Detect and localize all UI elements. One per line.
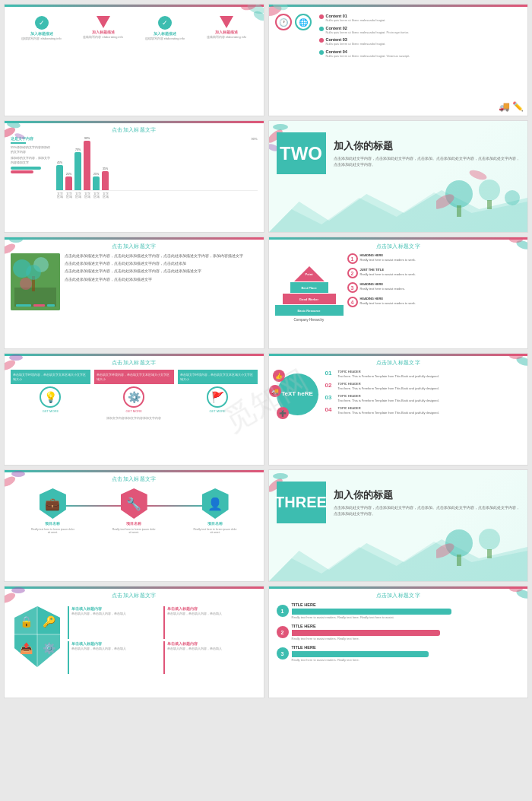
slide6-desc-1: TOPIC HEADERText here. This is Freeform … <box>338 370 439 379</box>
svg-rect-11 <box>457 205 461 217</box>
num-3: 3 <box>347 282 358 293</box>
slide10-bar-title-2: TITLE HERE <box>292 624 521 628</box>
slide5-strip <box>5 354 264 356</box>
slide2-two-box: TWO <box>277 132 326 174</box>
slide3-image <box>11 253 60 310</box>
pyramid-level-1: Point <box>294 266 325 281</box>
slide2-subtitle: 加入你的标题 <box>334 139 521 153</box>
slide9-strip <box>5 586 264 589</box>
slide9-lbl-4: 单击填入标题内容 <box>167 641 257 646</box>
content-item-2: Content 02Nulla quis lorem ut libero mal… <box>319 26 522 35</box>
num-item-4: 4 HEADING HEREReally text here to assist… <box>347 297 522 307</box>
svg-text:🔒: 🔒 <box>20 615 33 628</box>
slide3-strip <box>5 237 264 240</box>
top-item-label-4: 加入标题描述 <box>195 30 257 34</box>
slide5-getmore-2: GET MORE <box>94 409 174 413</box>
num-item-1: 1 HEADING HEREReally text here to assist… <box>347 253 522 264</box>
slide-5-icons: 点击加入标题文字 单击填文字环境内容，单击填文字文本区域大小文字区域大小 💡 G… <box>4 353 264 466</box>
bar-group-1: 45% <box>56 161 63 190</box>
bar-1 <box>56 165 63 190</box>
slide7-label-2: 项目名称 <box>126 521 141 526</box>
slide9-ldesc-3: 单击填入内容，单击填入内容，单击填入 <box>71 647 161 651</box>
dot-4 <box>319 50 324 55</box>
slide1-divider-t <box>11 142 26 144</box>
svg-point-14 <box>505 190 520 205</box>
slide2-body: 点击添加此处文字内容，点击添加此处文字内容，点击添加。点击添加此处文字内容，点击… <box>334 156 521 167</box>
clock-icon: 🕐 <box>275 14 292 30</box>
bar-4 <box>84 141 90 190</box>
slide10-hbar-desc-1: Really text here to assist readers. Real… <box>292 615 521 619</box>
svg-text:🔑: 🔑 <box>43 615 56 628</box>
truck-icon: 🚚 <box>499 101 510 112</box>
slide5-item-1: 单击填文字环境内容，单击填文字文本区域大小文字区域大小 💡 GET MORE <box>11 370 90 413</box>
slide7-shield-1: 💼 项目名称 Really text here to lorem ipsum d… <box>30 488 75 534</box>
pyramid-label-2: Best Place <box>301 286 316 290</box>
slide10-hbar-3 <box>292 651 429 657</box>
slide5-box-label-2: 单击填文字环境内容，单击填文字文本区域大小文字区域大小 <box>97 373 172 381</box>
top-strip-r <box>269 5 528 7</box>
top-item-4: 加入标题描述 连续填写内容 elaborating info <box>195 16 257 40</box>
slide8-three-box: THREE <box>277 482 326 523</box>
slide8-mountain-bg <box>269 536 528 581</box>
slide6-item-1: 01 TOPIC HEADERText here. This is Freefo… <box>325 370 524 379</box>
slide5-box-2: 单击填文字环境内容，单击填文字文本区域大小文字区域大小 <box>94 370 174 384</box>
slide3-para1: 点击此处添加描述文字内容，点击此处添加描述文字内容，点击此处添加描述文字内容，添… <box>65 253 258 259</box>
slide7-shield-3: 👤 项目名称 Really text here to lorem ipsum d… <box>192 488 238 534</box>
slide-3-image-text: 点击加入标题文字 <box>4 237 264 349</box>
svg-rect-13 <box>487 200 492 209</box>
slide6-num-01: 01 <box>325 370 336 377</box>
slide9-labels: 单击填入标题内容 单击填入内容，单击填入内容，单击填入 单击填入标题内容 单击填… <box>68 602 258 674</box>
slide5-box-3: 单击填文字环境内容，单击填文字文本区域大小文字区域大小 <box>178 370 258 384</box>
bl-2: 文字区域 <box>65 192 72 199</box>
slide10-content: 1 TITLE HERE Really text here to assist … <box>269 601 528 668</box>
slide3-para3: 点击此处添加描述文字内容，点击此处添加描述文字内容，点击此处添加描述文字 <box>65 269 258 274</box>
bottom-icons: 🚚 ✏️ <box>499 101 524 112</box>
bar-group-2: 25% <box>65 173 72 190</box>
top-item-2: 加入标题描述 连续填写内容 elaborating info <box>72 16 134 40</box>
slide9-lbl-1: 单击填入标题内容 <box>71 606 161 611</box>
triangle-icon-2 <box>220 16 233 28</box>
slide9-label-1: 单击填入标题内容 单击填入内容，单击填入内容，单击填入 <box>68 606 161 639</box>
svg-marker-38 <box>269 542 528 581</box>
slide4-num-list: 1 HEADING HEREReally text here to assist… <box>347 253 522 322</box>
icon-group-top: 🕐 🌐 <box>275 14 312 58</box>
pyramid-bar-2: Best Place <box>290 282 328 293</box>
slide5-getmore-1: GET MORE <box>11 409 90 413</box>
slide3-img-svg <box>11 253 60 310</box>
slide5-footer: 添加文字内容添加文字内容添加文字内容 <box>5 415 264 421</box>
slide7-desc-3: Really text here to lorem ipsum dolor si… <box>192 528 238 534</box>
bar-group-4: 90% <box>84 137 90 190</box>
slide10-bar-title-1: TITLE HERE <box>292 602 521 607</box>
content-item-1: Content 01Nulla quis lorem ut libero mal… <box>319 14 522 23</box>
num-4: 4 <box>347 297 358 307</box>
chart-bars: 45% 25% 70% 90% <box>56 141 258 191</box>
num-1-text: HEADING HEREReally text here to assist r… <box>360 253 416 262</box>
slide9-ldesc-2: 单击填入内容，单击填入内容，单击填入 <box>167 612 257 616</box>
slide6-list: 01 TOPIC HEADERText here. This is Freefo… <box>325 370 524 415</box>
slide10-row-2: 2 TITLE HERE Really text here to assist … <box>277 624 521 640</box>
slide3-right-text: 点击此处添加描述文字内容，点击此处添加描述文字内容，点击此处添加描述文字内容，添… <box>65 253 258 310</box>
slide6-ic-1: 👍 <box>273 370 285 382</box>
slide8-text-area: 加入你的标题 点击添加此处文字内容，点击添加此处文字内容，点击添加。点击添加此处… <box>334 488 521 516</box>
dot-3 <box>319 38 324 43</box>
content-item-4: Content 04Nulla quis lorem ut libero mal… <box>319 49 522 59</box>
slide6-circle-text: TeXT heRE <box>281 390 313 398</box>
svg-point-15 <box>436 191 456 211</box>
content-desc-3: Nulla quis lorem ut libero malesuada feu… <box>326 42 386 46</box>
slide6-item-2: 02 TOPIC HEADERText here. This is Freefo… <box>325 382 524 391</box>
top-item-desc-1: 连续填写内容 elaborating info <box>11 37 72 41</box>
slide2-mountain-bg <box>269 186 528 232</box>
slide-9-quad: 点击加入标题文字 🔒 🔑 📤 ⚙️ <box>4 586 264 698</box>
bl-5: 文字区域 <box>93 192 100 199</box>
slide5-item-3: 单击填文字环境内容，单击填文字文本区域大小文字区域大小 🚩 GET MORE <box>178 370 258 413</box>
slide7-shield-2: 🔧 项目名称 Really text here to lorem ipsum d… <box>111 488 157 534</box>
slide3-para2: 点击此处添加描述文字内容，点击此处添加描述文字内容，点击此处添加 <box>65 261 258 266</box>
slide10-bar-area-1: TITLE HERE Really text here to assist re… <box>292 602 521 619</box>
slide8-body: 点击添加此处文字内容，点击添加此处文字内容，点击添加。点击添加此处文字内容，点击… <box>334 505 521 516</box>
slide-4-pyramid: 点击加入标题文字 Point Best Place Good Worker <box>268 237 529 349</box>
slide10-num-3: 3 <box>277 647 289 660</box>
pyramid-level-3: Good Worker <box>283 294 336 304</box>
pyramid-label-4: Basic Resource <box>297 309 320 313</box>
slide10-hbar-desc-3: Really text here to assist readers. Real… <box>292 658 521 662</box>
bar-6 <box>102 171 109 190</box>
